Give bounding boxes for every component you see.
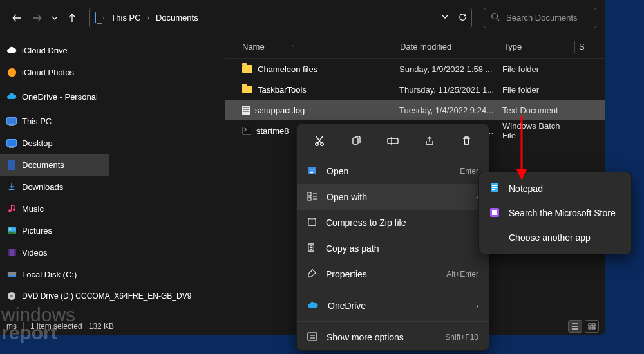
search-placeholder: Search Documents [506, 13, 578, 23]
sidebar-item-dvd-drive[interactable]: DVD Drive (D:) CCCOMA_X64FRE_EN-GB_DV9 [0, 285, 219, 307]
refresh-button[interactable] [458, 12, 468, 24]
cut-button[interactable] [308, 131, 331, 151]
context-compress[interactable]: Compress to Zip file [297, 210, 489, 236]
tiles-view-button[interactable] [585, 320, 599, 333]
sidebar-item-onedrive[interactable]: OneDrive - Personal [0, 86, 109, 107]
store-icon [489, 207, 500, 219]
context-toolbar [297, 124, 489, 158]
context-copy-path[interactable]: Copy as path [297, 236, 489, 261]
svg-point-13 [10, 295, 13, 297]
column-type[interactable]: Type [497, 42, 574, 51]
svg-rect-33 [492, 187, 497, 188]
column-size[interactable]: S [575, 42, 588, 51]
disc-icon [6, 291, 17, 301]
svg-rect-23 [310, 169, 315, 169]
svg-point-4 [13, 209, 15, 211]
folder-icon [242, 65, 252, 73]
svg-rect-36 [492, 210, 497, 215]
svg-rect-32 [492, 185, 497, 186]
svg-rect-25 [310, 172, 313, 173]
svg-rect-20 [353, 138, 358, 144]
chevron-right-icon: › [147, 14, 149, 21]
recent-dropdown[interactable] [50, 10, 59, 26]
sidebar-item-pictures[interactable]: Pictures [0, 219, 109, 241]
sidebar-item-videos[interactable]: Videos [0, 241, 109, 263]
column-date[interactable]: Date modified [393, 42, 497, 51]
zip-icon [307, 217, 317, 228]
svg-rect-27 [308, 197, 311, 200]
delete-button[interactable] [455, 131, 478, 151]
svg-point-18 [315, 143, 318, 146]
desktop-icon [6, 138, 17, 148]
svg-point-0 [492, 14, 498, 19]
toolbar: › This PC › Documents Search Documents [0, 0, 605, 35]
svg-point-6 [9, 228, 11, 230]
context-menu: Open Enter Open with › Compress to Zip f… [296, 124, 489, 351]
sidebar-item-local-disk[interactable]: Local Disk (C:) [0, 263, 109, 285]
pc-icon [6, 116, 17, 126]
svg-rect-8 [8, 248, 10, 256]
breadcrumb-current[interactable]: Documents [156, 13, 198, 23]
sidebar-item-icloud-photos[interactable]: iCloud Photos [0, 61, 109, 83]
sidebar-item-this-pc[interactable]: This PC [0, 110, 109, 132]
svg-rect-15 [592, 324, 595, 326]
folder-icon [242, 86, 252, 93]
file-row-selected[interactable]: setuppact.log Tuesday, 1/4/2022 9:24... … [225, 100, 605, 120]
sidebar-item-desktop[interactable]: Desktop [0, 132, 109, 154]
downloads-icon [6, 182, 17, 192]
submenu-notepad[interactable]: Notepad [479, 176, 631, 201]
sort-indicator-icon: ⌃ [290, 44, 296, 51]
back-button[interactable] [9, 10, 24, 26]
column-headers: Name⌃ Date modified Type S [225, 35, 605, 59]
copy-path-icon [307, 243, 317, 254]
music-icon [6, 203, 17, 214]
sidebar-item-documents[interactable]: Documents [0, 154, 109, 176]
documents-icon [6, 160, 17, 170]
file-row[interactable]: Chameleon files Sunday, 1/9/2022 1:58 ..… [225, 59, 605, 79]
svg-rect-17 [592, 327, 595, 329]
forward-button[interactable] [30, 10, 45, 26]
search-input[interactable]: Search Documents [484, 8, 596, 28]
svg-rect-16 [589, 327, 591, 329]
chevron-right-icon: › [476, 302, 478, 310]
videos-icon [6, 247, 17, 257]
submenu-store[interactable]: Search the Microsoft Store [479, 201, 631, 225]
pictures-icon [6, 225, 17, 236]
chevron-right-icon: › [102, 14, 104, 21]
status-size: 132 KB [89, 322, 114, 331]
context-open-with[interactable]: Open with › [297, 184, 489, 210]
status-items: ms [6, 322, 17, 331]
copy-button[interactable] [345, 131, 368, 151]
navigation-pane: iCloud Drive iCloud Photos OneDrive - Pe… [0, 35, 225, 317]
rename-button[interactable] [381, 131, 404, 151]
column-name[interactable]: Name⌃ [225, 42, 393, 51]
breadcrumb-root[interactable]: This PC [111, 13, 140, 23]
sidebar-item-icloud-drive[interactable]: iCloud Drive [0, 39, 109, 61]
context-open[interactable]: Open Enter [297, 158, 489, 184]
properties-icon [307, 268, 317, 280]
submenu-choose-app[interactable]: Choose another app [479, 225, 631, 250]
context-onedrive[interactable]: OneDrive › [297, 293, 489, 319]
svg-rect-34 [492, 189, 495, 190]
open-icon [307, 165, 317, 178]
svg-rect-21 [388, 138, 398, 144]
context-more-options[interactable]: Show more options Shift+F10 [297, 324, 489, 350]
up-button[interactable] [64, 10, 80, 26]
svg-point-2 [7, 68, 15, 76]
sidebar-item-downloads[interactable]: Downloads [0, 176, 109, 198]
address-bar[interactable]: › This PC › Documents [89, 8, 472, 28]
svg-rect-14 [589, 324, 591, 326]
status-selected: 1 item selected [30, 322, 82, 331]
open-with-submenu: Notepad Search the Microsoft Store Choos… [478, 172, 632, 254]
file-row[interactable]: TaskbarTools Thursday, 11/25/2021 1... F… [225, 79, 605, 100]
share-button[interactable] [418, 131, 441, 151]
context-properties[interactable]: Properties Alt+Enter [297, 261, 489, 287]
details-view-button[interactable] [568, 320, 582, 333]
search-icon [491, 12, 500, 23]
svg-rect-26 [308, 192, 311, 196]
svg-rect-9 [14, 248, 16, 256]
svg-rect-30 [308, 333, 317, 340]
sidebar-item-music[interactable]: Music [0, 198, 109, 219]
open-with-icon [307, 191, 317, 203]
address-dropdown[interactable] [441, 13, 449, 23]
